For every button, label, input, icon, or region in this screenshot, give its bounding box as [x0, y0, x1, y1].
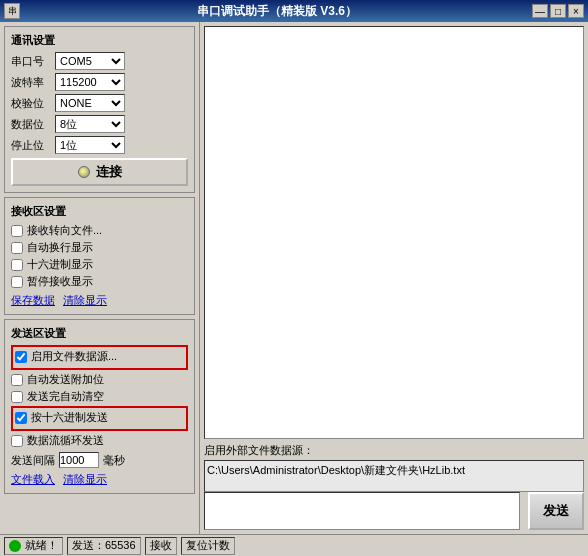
recv-label-2: 十六进制显示: [27, 257, 93, 272]
minimize-button[interactable]: —: [532, 4, 548, 18]
right-panel: 启用外部文件数据源： C:\Users\Administrator\Deskto…: [200, 22, 588, 534]
left-panel: 通讯设置 串口号 COM5 COM1 COM2 COM3 COM4 波特率 11…: [0, 22, 200, 534]
interval-label: 发送间隔: [11, 453, 55, 468]
send-settings-title: 发送区设置: [11, 326, 188, 341]
port-row: 串口号 COM5 COM1 COM2 COM3 COM4: [11, 52, 188, 70]
baud-select[interactable]: 115200 9600 19200 38400 57600: [55, 73, 125, 91]
receive-info-text: 接收: [150, 538, 172, 553]
recv-label-3: 暂停接收显示: [27, 274, 93, 289]
stop-bits-row: 停止位 1位 2位: [11, 136, 188, 154]
send-option-0: 启用文件数据源...: [15, 349, 184, 364]
status-receive: 接收: [145, 537, 177, 555]
main-content: 通讯设置 串口号 COM5 COM1 COM2 COM3 COM4 波特率 11…: [0, 22, 588, 534]
send-source-label: 启用外部文件数据源：: [204, 443, 584, 458]
send-option-highlight-3: 按十六进制发送: [11, 406, 188, 431]
recv-checkbox-3[interactable]: [11, 276, 23, 288]
status-reset[interactable]: 复位计数: [181, 537, 235, 555]
reset-label: 复位计数: [186, 538, 230, 553]
recv-option-2: 十六进制显示: [11, 257, 188, 272]
send-checkbox-0[interactable]: [15, 351, 27, 363]
send-checkbox-1[interactable]: [11, 374, 23, 386]
title-bar: 串 串口调试助手（精装版 V3.6） — □ ×: [0, 0, 588, 22]
receive-display-area: [204, 26, 584, 439]
send-clear-link[interactable]: 清除显示: [63, 472, 107, 487]
recv-option-1: 自动换行显示: [11, 240, 188, 255]
recv-option-3: 暂停接收显示: [11, 274, 188, 289]
receive-settings-title: 接收区设置: [11, 204, 188, 219]
send-option-1: 自动发送附加位: [11, 372, 188, 387]
send-label-4: 数据流循环发送: [27, 433, 104, 448]
recv-label-1: 自动换行显示: [27, 240, 93, 255]
send-count-text: 发送：65536: [72, 538, 136, 553]
send-label-0: 启用文件数据源...: [31, 349, 117, 364]
data-bits-label: 数据位: [11, 117, 55, 132]
send-checkbox-2[interactable]: [11, 391, 23, 403]
port-label: 串口号: [11, 54, 55, 69]
led-indicator: [78, 166, 90, 178]
parity-select[interactable]: NONE ODD EVEN: [55, 94, 125, 112]
send-checkbox-3[interactable]: [15, 412, 27, 424]
data-bits-row: 数据位 8位 7位: [11, 115, 188, 133]
comm-settings-section: 通讯设置 串口号 COM5 COM1 COM2 COM3 COM4 波特率 11…: [4, 26, 195, 193]
recv-checkbox-2[interactable]: [11, 259, 23, 271]
recv-link-row: 保存数据 清除显示: [11, 293, 188, 308]
send-option-3: 按十六进制发送: [15, 410, 184, 425]
send-checkbox-4[interactable]: [11, 435, 23, 447]
stop-bits-select[interactable]: 1位 2位: [55, 136, 125, 154]
stop-bits-label: 停止位: [11, 138, 55, 153]
recv-option-0: 接收转向文件...: [11, 223, 188, 238]
parity-row: 校验位 NONE ODD EVEN: [11, 94, 188, 112]
recv-checkbox-0[interactable]: [11, 225, 23, 237]
send-label-2: 发送完自动清空: [27, 389, 104, 404]
clear-display-link[interactable]: 清除显示: [63, 293, 107, 308]
send-path-display: C:\Users\Administrator\Desktop\新建文件夹\HzL…: [204, 460, 584, 492]
interval-input[interactable]: [59, 452, 99, 468]
save-data-link[interactable]: 保存数据: [11, 293, 55, 308]
send-bottom-row: 发送: [204, 492, 584, 530]
recv-checkbox-1[interactable]: [11, 242, 23, 254]
send-path-text: C:\Users\Administrator\Desktop\新建文件夹\HzL…: [207, 464, 465, 476]
status-send-count: 发送：65536: [67, 537, 141, 555]
send-text-input[interactable]: [204, 492, 520, 530]
send-link-row: 文件载入 清除显示: [11, 472, 188, 487]
send-option-2: 发送完自动清空: [11, 389, 188, 404]
app-icon: 串: [4, 3, 20, 19]
parity-label: 校验位: [11, 96, 55, 111]
comm-settings-title: 通讯设置: [11, 33, 188, 48]
status-led: [9, 540, 21, 552]
window-controls: — □ ×: [532, 4, 584, 18]
baud-row: 波特率 115200 9600 19200 38400 57600: [11, 73, 188, 91]
recv-label-0: 接收转向文件...: [27, 223, 102, 238]
status-ready-text: 就绪！: [25, 538, 58, 553]
send-label-1: 自动发送附加位: [27, 372, 104, 387]
send-button[interactable]: 发送: [528, 492, 584, 530]
port-select[interactable]: COM5 COM1 COM2 COM3 COM4: [55, 52, 125, 70]
send-settings-section: 发送区设置 启用文件数据源... 自动发送附加位 发送完自动清空: [4, 319, 195, 494]
receive-settings-section: 接收区设置 接收转向文件... 自动换行显示 十六进制显示 暂停接收显示 保存数…: [4, 197, 195, 315]
maximize-button[interactable]: □: [550, 4, 566, 18]
status-bar: 就绪！ 发送：65536 接收 复位计数: [0, 534, 588, 556]
connect-button[interactable]: 连接: [11, 158, 188, 186]
window-title: 串口调试助手（精装版 V3.6）: [22, 3, 532, 20]
baud-label: 波特率: [11, 75, 55, 90]
data-bits-select[interactable]: 8位 7位: [55, 115, 125, 133]
interval-unit: 毫秒: [103, 453, 125, 468]
interval-row: 发送间隔 毫秒: [11, 452, 188, 468]
send-label-3: 按十六进制发送: [31, 410, 108, 425]
status-ready: 就绪！: [4, 537, 63, 555]
send-option-highlight-0: 启用文件数据源...: [11, 345, 188, 370]
send-option-4: 数据流循环发送: [11, 433, 188, 448]
connect-label: 连接: [96, 163, 122, 181]
file-insert-link[interactable]: 文件载入: [11, 472, 55, 487]
close-button[interactable]: ×: [568, 4, 584, 18]
send-area-container: 启用外部文件数据源： C:\Users\Administrator\Deskto…: [204, 443, 584, 530]
send-btn-label: 发送: [543, 502, 569, 520]
